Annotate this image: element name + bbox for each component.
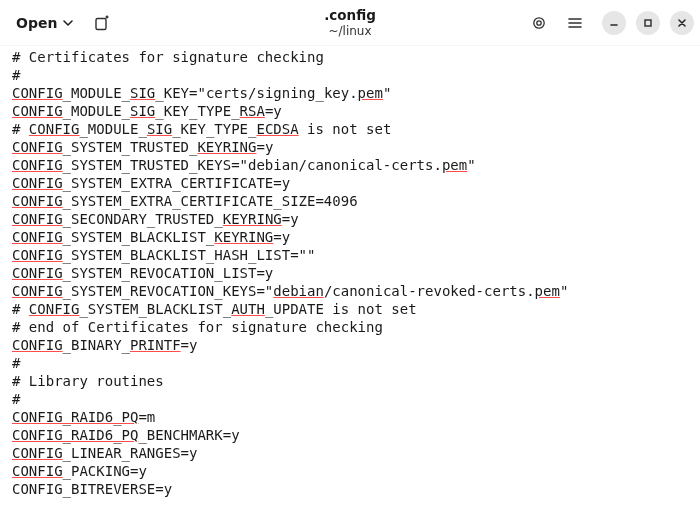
titlebar: Open .config ~/linux xyxy=(0,0,700,46)
minimize-icon xyxy=(609,18,619,28)
text-segment: pem xyxy=(535,283,560,299)
text-segment: # end of Certificates for signature chec… xyxy=(12,319,383,335)
editor-line: # xyxy=(12,390,688,408)
text-segment: # Certificates for signature checking xyxy=(12,49,324,65)
text-segment: is not set xyxy=(299,121,392,137)
document-subtitle: ~/linux xyxy=(324,24,376,38)
text-segment: _KEY_TYPE_ xyxy=(172,121,256,137)
titlebar-left: Open xyxy=(6,6,119,40)
text-segment: _SYSTEM_REVOCATION_LIST=y xyxy=(63,265,274,281)
new-tab-button[interactable] xyxy=(85,6,119,40)
text-segment: CONFIG xyxy=(12,193,63,209)
text-segment: =y xyxy=(282,211,299,227)
text-segment: =y xyxy=(181,337,198,353)
editor-area[interactable]: # Certificates for signature checking#CO… xyxy=(0,46,700,510)
text-segment: CONFIG xyxy=(12,463,63,479)
editor-line: CONFIG_SYSTEM_EXTRA_CERTIFICATE=y xyxy=(12,174,688,192)
text-segment: _BENCHMARK=y xyxy=(138,427,239,443)
text-segment: KEYRING xyxy=(197,139,256,155)
text-segment: =y xyxy=(265,103,282,119)
text-segment: # xyxy=(12,301,29,317)
svg-point-1 xyxy=(534,17,544,27)
open-button[interactable]: Open xyxy=(6,9,83,37)
editor-line: CONFIG_SYSTEM_EXTRA_CERTIFICATE_SIZE=409… xyxy=(12,192,688,210)
text-segment: " xyxy=(383,85,391,101)
editor-line: # end of Certificates for signature chec… xyxy=(12,318,688,336)
titlebar-center: .config ~/linux xyxy=(324,7,376,38)
text-segment: _SYSTEM_BLACKLIST_HASH_LIST="" xyxy=(63,247,316,263)
text-segment: CONFIG xyxy=(12,211,63,227)
editor-line: CONFIG_RAID6_PQ=m xyxy=(12,408,688,426)
text-segment: SIG xyxy=(130,103,155,119)
text-segment: _SYSTEM_EXTRA_CERTIFICATE_SIZE=4096 xyxy=(63,193,358,209)
text-segment: _SECONDARY_TRUSTED_ xyxy=(63,211,223,227)
minimize-button[interactable] xyxy=(602,11,626,35)
text-segment: _KEY_TYPE_ xyxy=(155,103,239,119)
text-segment: CONFIG xyxy=(12,85,63,101)
editor-line: # CONFIG_MODULE_SIG_KEY_TYPE_ECDSA is no… xyxy=(12,120,688,138)
editor-line: # CONFIG_SYSTEM_BLACKLIST_AUTH_UPDATE is… xyxy=(12,300,688,318)
text-segment: # Library routines xyxy=(12,373,164,389)
text-segment: _LINEAR_RANGES=y xyxy=(63,445,198,461)
text-segment: CONFIG xyxy=(29,121,80,137)
editor-line: CONFIG_SECONDARY_TRUSTED_KEYRING=y xyxy=(12,210,688,228)
gear-icon xyxy=(531,15,547,31)
svg-rect-0 xyxy=(96,18,106,29)
text-segment: debian xyxy=(273,283,324,299)
text-segment: _SYSTEM_BLACKLIST_ xyxy=(79,301,231,317)
text-segment: CONFIG xyxy=(12,229,63,245)
chevron-down-icon xyxy=(63,18,73,28)
text-segment: CONFIG xyxy=(29,301,80,317)
text-segment: CONFIG_BITREVERSE=y xyxy=(12,481,172,497)
hamburger-icon xyxy=(567,15,583,31)
svg-point-2 xyxy=(537,20,541,24)
editor-line: CONFIG_SYSTEM_TRUSTED_KEYRING=y xyxy=(12,138,688,156)
editor-line: # xyxy=(12,354,688,372)
close-button[interactable] xyxy=(670,11,694,35)
text-segment: _SYSTEM_BLACKLIST_ xyxy=(63,229,215,245)
text-segment: _SYSTEM_TRUSTED_KEYS="debian/canonical-c… xyxy=(63,157,442,173)
text-segment: CONFIG xyxy=(12,157,63,173)
text-segment: =y xyxy=(273,229,290,245)
text-segment: CONFIG xyxy=(12,337,63,353)
text-segment: CONFIG_RAID6_PQ xyxy=(12,409,138,425)
editor-line: # xyxy=(12,66,688,84)
text-segment: KEYRING xyxy=(214,229,273,245)
text-segment: _MODULE_ xyxy=(63,85,130,101)
text-segment: _SYSTEM_REVOCATION_KEYS=" xyxy=(63,283,274,299)
text-segment: _SYSTEM_TRUSTED_ xyxy=(63,139,198,155)
text-segment: CONFIG xyxy=(12,283,63,299)
editor-line: CONFIG_LINEAR_RANGES=y xyxy=(12,444,688,462)
editor-line: CONFIG_PACKING=y xyxy=(12,462,688,480)
editor-line: CONFIG_MODULE_SIG_KEY="certs/signing_key… xyxy=(12,84,688,102)
open-button-label: Open xyxy=(16,15,57,31)
titlebar-right xyxy=(522,6,694,40)
text-segment: CONFIG xyxy=(12,103,63,119)
editor-line: CONFIG_SYSTEM_BLACKLIST_KEYRING=y xyxy=(12,228,688,246)
text-segment: # xyxy=(12,391,20,407)
maximize-button[interactable] xyxy=(636,11,660,35)
text-segment: # xyxy=(12,67,20,83)
svg-rect-3 xyxy=(645,20,651,26)
text-segment: CONFIG xyxy=(12,247,63,263)
text-segment: CONFIG xyxy=(12,265,63,281)
text-segment: RSA xyxy=(240,103,265,119)
menu-button[interactable] xyxy=(558,6,592,40)
text-segment: CONFIG xyxy=(12,175,63,191)
text-segment: _MODULE_ xyxy=(79,121,146,137)
text-segment: =y xyxy=(256,139,273,155)
text-segment: # xyxy=(12,121,29,137)
settings-button[interactable] xyxy=(522,6,556,40)
editor-line: CONFIG_SYSTEM_REVOCATION_KEYS="debian/ca… xyxy=(12,282,688,300)
text-segment: SIG xyxy=(130,85,155,101)
text-segment: _BINARY_ xyxy=(63,337,130,353)
editor-line: CONFIG_BINARY_PRINTF=y xyxy=(12,336,688,354)
editor-line: # Library routines xyxy=(12,372,688,390)
close-icon xyxy=(677,18,687,28)
text-segment: _SYSTEM_EXTRA_CERTIFICATE=y xyxy=(63,175,291,191)
text-segment: SIG xyxy=(147,121,172,137)
document-title: .config xyxy=(324,7,376,23)
text-segment: pem xyxy=(442,157,467,173)
text-segment: KEYRING xyxy=(223,211,282,227)
text-segment: PRINTF xyxy=(130,337,181,353)
